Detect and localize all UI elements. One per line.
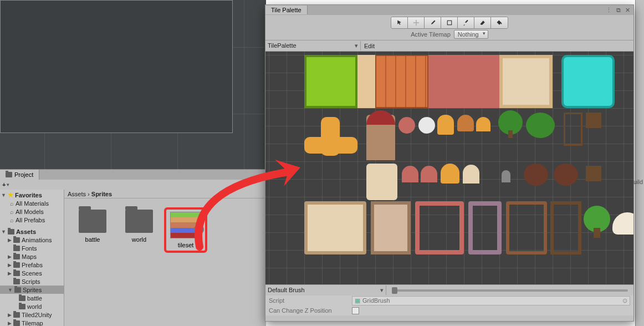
tool-brush[interactable] xyxy=(425,17,441,28)
tab-tile-palette-label: Tile Palette xyxy=(271,7,301,13)
tree-item-label: Maps xyxy=(22,253,37,260)
tree-item[interactable]: ▶Prefabs xyxy=(0,261,64,269)
palette-canvas[interactable] xyxy=(265,52,633,284)
tree-item-label: Tiled2Unity xyxy=(22,312,52,318)
zpos-checkbox[interactable] xyxy=(352,307,359,314)
tree-item-label: world xyxy=(27,303,42,310)
tree-item[interactable]: ▶Tiled2Unity xyxy=(0,310,64,319)
tree-item[interactable]: battle xyxy=(0,294,64,302)
search-icon: ⌕ xyxy=(10,208,14,215)
breadcrumb-current[interactable]: Sprites xyxy=(91,191,112,197)
tab-project[interactable]: Project xyxy=(0,170,39,180)
picker-icon xyxy=(463,19,469,26)
tool-box[interactable] xyxy=(441,17,458,28)
project-panel: Project + ▾ ▼ ★ Favorites ⌕All Materials… xyxy=(0,169,266,326)
tree-item[interactable]: Scripts xyxy=(0,277,64,286)
edit-button[interactable]: Edit xyxy=(361,42,378,50)
script-value: GridBrush xyxy=(362,297,390,304)
folder-icon xyxy=(13,312,20,318)
scene-viewport[interactable] xyxy=(0,0,266,172)
asset-label: battle xyxy=(85,236,100,243)
tree-item[interactable]: Fonts xyxy=(0,244,64,252)
disclosure-icon: ▶ xyxy=(8,320,12,326)
tree-item[interactable]: ▶Scenes xyxy=(0,269,64,277)
dock-icon[interactable]: ⧉ xyxy=(616,7,621,14)
zoom-slider[interactable] xyxy=(392,289,628,292)
scene-canvas xyxy=(0,0,233,133)
tree-item[interactable]: ▶Animations xyxy=(0,236,64,244)
tool-picker[interactable] xyxy=(458,17,474,28)
cursor-icon xyxy=(396,19,403,26)
script-icon: ▦ xyxy=(355,297,360,304)
prop-script: Script ▦ GridBrush ⊙ xyxy=(265,296,633,305)
create-button[interactable]: + xyxy=(2,181,6,188)
svg-rect-0 xyxy=(447,21,452,25)
create-dropdown-icon[interactable]: ▾ xyxy=(7,182,9,187)
move-icon xyxy=(413,19,420,26)
tab-project-label: Project xyxy=(14,171,33,178)
tool-fill[interactable] xyxy=(491,17,508,28)
tree-item-label: battle xyxy=(27,295,42,302)
object-picker-icon[interactable]: ⊙ xyxy=(622,297,627,304)
right-panel-hint: uild xyxy=(632,177,644,186)
project-toolbar: + ▾ xyxy=(0,180,266,190)
star-icon: ★ xyxy=(8,191,13,198)
fill-icon xyxy=(496,19,503,26)
palette-titlebar[interactable]: Tile Palette ⋮ ⧉ ✕ xyxy=(265,5,633,15)
palette-selector-dropdown[interactable]: TilePalette xyxy=(265,41,361,50)
folder-icon xyxy=(13,246,20,251)
asset-folder-battle[interactable]: battle xyxy=(73,210,112,251)
folder-icon xyxy=(13,237,20,243)
fav-item[interactable]: ⌕All Materials xyxy=(0,199,64,207)
disclosure-icon: ▶ xyxy=(8,312,12,318)
breadcrumb[interactable]: Assets › Sprites xyxy=(64,190,266,198)
disclosure-icon: ▼ xyxy=(1,192,6,198)
tool-select[interactable] xyxy=(391,17,408,28)
favorites-header[interactable]: ▼ ★ Favorites xyxy=(0,191,64,199)
fav-item-label: All Models xyxy=(16,208,44,215)
active-tilemap-label: Active Tilemap xyxy=(411,31,451,38)
active-tilemap-dropdown[interactable]: Nothing xyxy=(454,30,488,39)
palette-toolbar: Active Tilemap Nothing xyxy=(265,15,633,40)
close-icon[interactable]: ✕ xyxy=(625,7,630,14)
favorites-label: Favorites xyxy=(15,192,42,198)
edit-label: Edit xyxy=(364,43,375,49)
search-icon: ⌕ xyxy=(10,200,14,207)
folder-icon xyxy=(13,320,20,326)
folder-icon xyxy=(79,210,106,233)
tileset-thumb-icon xyxy=(170,212,201,238)
asset-folder-world[interactable]: world xyxy=(120,210,159,251)
tab-tile-palette[interactable]: Tile Palette xyxy=(265,6,308,14)
tree-item-label: Sprites xyxy=(23,287,42,293)
tree-item-label: Animations xyxy=(22,237,52,243)
folder-icon xyxy=(125,210,153,233)
tree-item[interactable]: ▶Tilemap xyxy=(0,319,64,326)
tool-eraser[interactable] xyxy=(474,17,491,28)
fav-item[interactable]: ⌕All Prefabs xyxy=(0,216,64,224)
asset-tileset[interactable]: tileset xyxy=(166,210,205,251)
brush-dropdown-value: Default Brush xyxy=(268,287,305,294)
eraser-icon xyxy=(479,19,486,26)
right-panel-edge xyxy=(635,0,644,326)
brush-dropdown[interactable]: Default Brush xyxy=(265,286,386,295)
folder-icon xyxy=(19,296,25,301)
assets-header[interactable]: ▼ Assets xyxy=(0,227,64,236)
tool-move[interactable] xyxy=(408,17,425,28)
disclosure-icon: ▶ xyxy=(8,271,12,276)
script-field[interactable]: ▦ GridBrush ⊙ xyxy=(352,296,630,305)
tree-item-label: Fonts xyxy=(22,245,37,252)
tree-item-label: Scenes xyxy=(22,270,42,277)
folder-icon xyxy=(13,279,20,284)
expand-icon[interactable] xyxy=(194,225,204,235)
tree-item-label: Tilemap xyxy=(22,320,43,327)
menu-icon[interactable]: ⋮ xyxy=(606,7,612,14)
prop-zpos: Can Change Z Position xyxy=(265,305,633,315)
project-tabbar: Project xyxy=(0,170,266,180)
breadcrumb-root[interactable]: Assets xyxy=(68,191,86,197)
fav-item[interactable]: ⌕All Models xyxy=(0,207,64,216)
project-tree[interactable]: ▼ ★ Favorites ⌕All Materials ⌕All Models… xyxy=(0,190,64,326)
fav-item-label: All Prefabs xyxy=(16,217,45,223)
tree-item[interactable]: ▶Maps xyxy=(0,252,64,261)
tree-item-sprites[interactable]: ▼Sprites xyxy=(0,286,64,294)
tree-item[interactable]: world xyxy=(0,302,64,310)
